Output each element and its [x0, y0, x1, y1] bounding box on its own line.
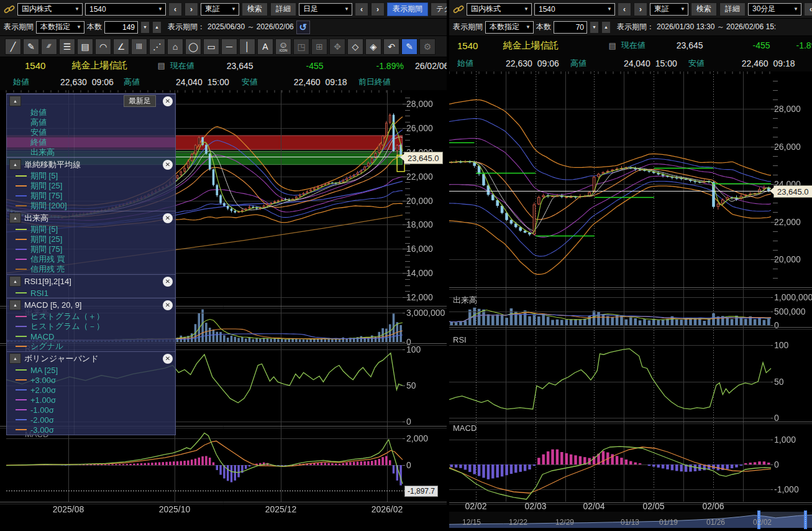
legend-item[interactable]: シグナル: [7, 341, 175, 351]
symbol-select[interactable]: 1540▼: [534, 3, 615, 16]
quote-board-icon[interactable]: ▤: [157, 61, 165, 70]
legend-item[interactable]: 期間 [75]: [7, 191, 175, 201]
collapse-icon[interactable]: ▴: [9, 276, 21, 287]
grid-lines-icon[interactable]: ▤: [77, 39, 93, 55]
trendline-icon[interactable]: ╱: [5, 39, 21, 55]
prev-period-button[interactable]: ‹: [355, 2, 368, 16]
search-button[interactable]: 検索: [242, 2, 268, 16]
prev-symbol-button[interactable]: ‹: [618, 2, 631, 16]
count-mode-select[interactable]: 本数指定▼: [36, 21, 84, 34]
close-icon[interactable]: ✕: [163, 300, 173, 310]
link-icon[interactable]: [4, 4, 15, 14]
ellipse-icon[interactable]: ◯: [185, 39, 201, 55]
fan-lines-icon[interactable]: ⋰: [149, 39, 165, 55]
legend-item[interactable]: 安値: [7, 127, 175, 137]
legend-item[interactable]: 期間 [5]: [7, 224, 175, 234]
gann-fan-icon[interactable]: ∠: [113, 39, 129, 55]
lock-draw-icon[interactable]: ✎: [401, 39, 417, 55]
fibonacci-arc-icon[interactable]: ◠: [95, 39, 111, 55]
collapse-icon[interactable]: ▴: [9, 353, 21, 364]
collapse-icon[interactable]: ▴: [9, 96, 21, 106]
icon-stamp-icon[interactable]: ☺ICON: [275, 39, 291, 55]
erase-all-icon[interactable]: ◈: [365, 39, 381, 55]
legend-item[interactable]: MACD: [7, 331, 175, 341]
legend-item[interactable]: 終値: [7, 137, 175, 147]
pentagon-icon[interactable]: ⌂: [167, 39, 183, 55]
legend-item[interactable]: 出来高: [7, 147, 175, 157]
detail-button[interactable]: 詳細: [270, 2, 296, 16]
count-down-button[interactable]: ▼: [140, 21, 150, 34]
legend-item[interactable]: +3.00σ: [7, 375, 175, 385]
collapse-icon[interactable]: ▴: [9, 300, 21, 310]
market-select[interactable]: 国内株式▼: [467, 3, 532, 16]
right-chart-canvas[interactable]: [449, 72, 812, 531]
legend-item[interactable]: 高値: [7, 118, 175, 127]
count-input[interactable]: 70: [554, 21, 587, 34]
indicator-legend-panel[interactable]: ▴最新足✕始値高値安値終値出来高▴単純移動平均線✕期間 [5]期間 [25]期間…: [6, 93, 176, 435]
legend-item[interactable]: +2.00σ: [7, 385, 175, 395]
quote-board-icon[interactable]: ▤: [608, 41, 616, 50]
legend-item[interactable]: 期間 [5]: [7, 171, 175, 181]
horizontal-line-icon[interactable]: ─: [221, 39, 237, 55]
timeframe-select[interactable]: 日足▼: [299, 3, 352, 16]
legend-item[interactable]: 始値: [7, 108, 175, 118]
collapse-icon[interactable]: ▴: [9, 159, 21, 170]
legend-item[interactable]: ヒストグラム（－）: [7, 321, 175, 331]
technical-button[interactable]: テク: [431, 2, 447, 16]
legend-item[interactable]: MA [25]: [7, 365, 175, 375]
timeframe-select[interactable]: 30分足▼: [748, 3, 801, 16]
close-icon[interactable]: ✕: [163, 354, 173, 364]
exchange-select[interactable]: 東証▼: [650, 3, 688, 16]
reload-icon[interactable]: ↺: [296, 21, 310, 34]
vertical-line-icon[interactable]: │: [239, 39, 255, 55]
parallel-lines-icon[interactable]: ∕∕∕: [41, 39, 57, 55]
close-icon[interactable]: ✕: [163, 96, 173, 106]
vertical-lines-icon[interactable]: ||||: [131, 39, 147, 55]
settings-icon[interactable]: ⚙: [419, 39, 436, 55]
undo-icon[interactable]: ↶: [383, 39, 399, 55]
prev-period-button[interactable]: ‹: [804, 2, 812, 16]
display-period-button[interactable]: 表示期間: [387, 2, 428, 16]
copy-icon[interactable]: ⊞: [311, 39, 327, 55]
count-down-button[interactable]: ▼: [590, 21, 599, 34]
prev-symbol-button[interactable]: ‹: [168, 2, 182, 16]
next-symbol-button[interactable]: ›: [634, 2, 647, 16]
legend-item[interactable]: 期間 [25]: [7, 181, 175, 191]
link-icon[interactable]: [453, 4, 464, 14]
legend-item[interactable]: -2.00σ: [7, 415, 175, 425]
detail-button[interactable]: 詳細: [719, 2, 746, 16]
next-symbol-button[interactable]: ›: [185, 2, 198, 16]
legend-item[interactable]: -3.00σ: [7, 425, 175, 435]
count-mode-select[interactable]: 本数指定▼: [485, 21, 534, 34]
legend-item[interactable]: RSI1: [7, 288, 175, 298]
latest-bar-button[interactable]: 最新足: [124, 95, 156, 107]
next-period-button[interactable]: ›: [371, 2, 385, 16]
legend-item[interactable]: -1.00σ: [7, 405, 175, 415]
count-input[interactable]: 149: [104, 21, 138, 34]
text-icon[interactable]: A: [257, 39, 273, 55]
pencil-line-icon[interactable]: ✎: [23, 39, 39, 55]
search-button[interactable]: 検索: [691, 2, 717, 16]
count-up-button[interactable]: ▲: [601, 21, 611, 34]
legend-item[interactable]: ヒストグラム（＋）: [7, 312, 175, 321]
legend-item[interactable]: 期間 [25]: [7, 234, 175, 244]
legend-item[interactable]: 信用残 買: [7, 254, 175, 264]
rectangle-icon[interactable]: ▭: [203, 39, 219, 55]
market-select[interactable]: 国内株式▼: [17, 3, 83, 16]
low-label: 安値: [688, 58, 705, 69]
legend-item[interactable]: +1.00σ: [7, 395, 175, 405]
eraser-icon[interactable]: ◇: [347, 39, 363, 55]
horizontal-lines-icon[interactable]: ☰: [59, 39, 75, 55]
symbol-select[interactable]: 1540▼: [85, 3, 166, 16]
close-icon[interactable]: ✕: [163, 277, 173, 287]
legend-item[interactable]: 期間 [200]: [7, 201, 175, 211]
callout-icon[interactable]: ◳: [293, 39, 309, 55]
legend-item[interactable]: 信用残 売: [7, 264, 175, 274]
close-icon[interactable]: ✕: [163, 213, 173, 223]
drag-icon[interactable]: ✥: [329, 39, 345, 55]
collapse-icon[interactable]: ▴: [9, 213, 21, 223]
close-icon[interactable]: ✕: [163, 160, 173, 170]
legend-item[interactable]: 期間 [75]: [7, 244, 175, 254]
count-up-button[interactable]: ▲: [152, 21, 162, 34]
exchange-select[interactable]: 東証▼: [201, 3, 239, 16]
